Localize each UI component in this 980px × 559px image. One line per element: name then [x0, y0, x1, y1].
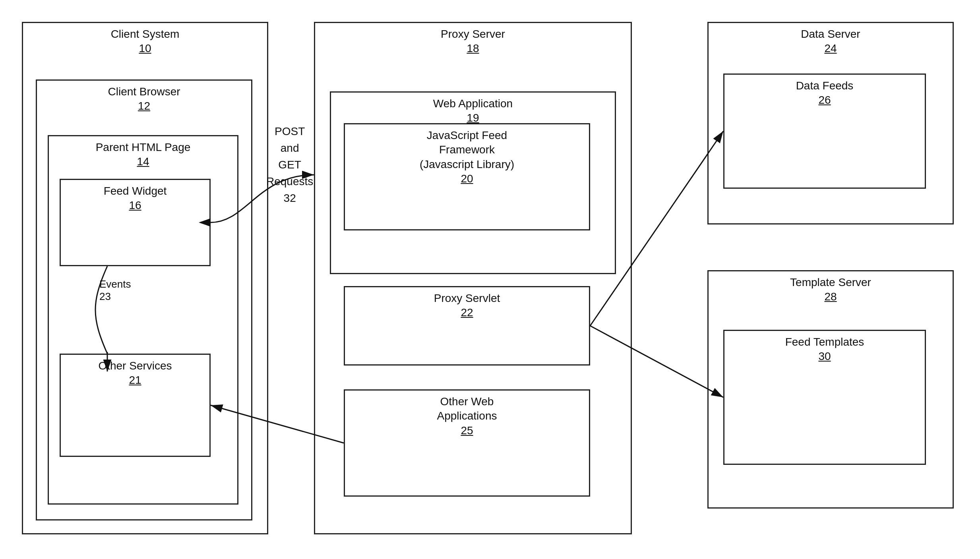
other-services-num: 21: [61, 373, 209, 387]
feed-widget-num: 16: [61, 198, 209, 213]
proxy-servlet-box: Proxy Servlet22: [344, 286, 590, 366]
feed-widget-label: Feed Widget16: [61, 180, 209, 213]
client-browser-num: 12: [37, 99, 251, 113]
js-feed-box: JavaScript FeedFramework(Javascript Libr…: [344, 123, 590, 230]
client-browser-label: Client Browser12: [37, 81, 251, 114]
other-services-label: Other Services21: [61, 355, 209, 388]
data-feeds-num: 26: [724, 93, 925, 107]
proxy-server-num: 18: [315, 41, 631, 56]
proxy-servlet-label: Proxy Servlet22: [345, 287, 589, 320]
template-server-num: 28: [709, 290, 953, 304]
events-label: Events23: [99, 278, 131, 303]
diagram: Client System10 Client Browser12 Parent …: [0, 0, 980, 559]
template-server-label: Template Server28: [709, 271, 953, 304]
feed-widget-box: Feed Widget16: [60, 179, 211, 266]
js-feed-num: 20: [345, 172, 589, 186]
feed-templates-num: 30: [724, 349, 925, 364]
data-feeds-label: Data Feeds26: [724, 75, 925, 108]
js-feed-label: JavaScript FeedFramework(Javascript Libr…: [345, 124, 589, 186]
parent-html-num: 14: [49, 155, 237, 169]
client-system-label: Client System10: [23, 23, 267, 56]
data-server-label: Data Server24: [709, 23, 953, 56]
other-web-apps-box: Other WebApplications25: [344, 389, 590, 497]
feed-templates-label: Feed Templates30: [724, 331, 925, 364]
data-server-num: 24: [709, 41, 953, 56]
other-web-apps-num: 25: [345, 424, 589, 438]
proxy-servlet-num: 22: [345, 306, 589, 320]
data-feeds-box: Data Feeds26: [723, 74, 926, 189]
web-application-label: Web Application19: [331, 93, 615, 126]
other-services-box: Other Services21: [60, 354, 211, 457]
post-get-label: POSTandGETRequests32: [266, 123, 313, 207]
proxy-server-label: Proxy Server18: [315, 23, 631, 56]
other-web-apps-label: Other WebApplications25: [345, 391, 589, 438]
feed-templates-box: Feed Templates30: [723, 330, 926, 465]
parent-html-label: Parent HTML Page14: [49, 136, 237, 169]
client-system-num: 10: [23, 41, 267, 56]
